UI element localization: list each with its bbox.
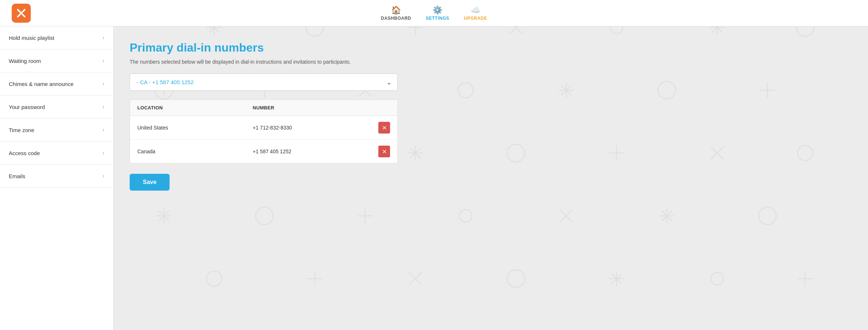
svg-line-29 [510, 26, 522, 34]
nav-upgrade[interactable]: ☁️ UPGRADE [464, 5, 487, 21]
sidebar-item-label: Chimes & name announce [9, 81, 74, 87]
location-us: United States [137, 125, 253, 131]
content-area: Primary dial-in numbers The numbers sele… [114, 26, 414, 205]
col-location: LOCATION [137, 105, 253, 110]
chevron-right-icon: › [103, 80, 104, 87]
col-action [368, 105, 390, 110]
table-header: LOCATION NUMBER [130, 100, 397, 116]
settings-icon: ⚙️ [433, 5, 442, 15]
page-subtitle: The numbers selected below will be displ… [130, 59, 398, 65]
svg-point-89 [711, 273, 723, 285]
page-title: Primary dial-in numbers [130, 41, 398, 55]
dial-in-dropdown[interactable]: - CA - +1 587 405 1252 [130, 74, 398, 91]
svg-point-79 [207, 271, 222, 286]
sidebar-item-your-password[interactable]: Your password › [0, 95, 113, 119]
nav-settings[interactable]: ⚙️ SETTINGS [426, 5, 449, 21]
col-number: NUMBER [253, 105, 368, 110]
svg-point-68 [256, 207, 273, 225]
location-ca: Canada [137, 149, 253, 154]
sidebar-item-label: Hold music playlist [9, 35, 54, 41]
nav-links: 🏠 DASHBOARD ⚙️ SETTINGS ☁️ UPGRADE [381, 5, 487, 21]
svg-point-30 [610, 26, 623, 34]
home-icon: 🏠 [391, 5, 401, 15]
sidebar-item-label: Waiting room [9, 58, 41, 64]
upgrade-label: UPGRADE [464, 16, 487, 21]
sidebar-item-time-zone[interactable]: Time zone › [0, 119, 113, 142]
svg-point-78 [758, 207, 776, 225]
nav-dashboard[interactable]: 🏠 DASHBOARD [381, 5, 411, 21]
sidebar-item-label: Emails [9, 173, 25, 179]
chevron-right-icon: › [103, 127, 104, 133]
chevron-right-icon: › [103, 104, 104, 110]
svg-point-58 [507, 144, 525, 162]
number-us: +1 712-832-8330 [253, 125, 368, 131]
dashboard-label: DASHBOARD [381, 16, 411, 21]
chevron-right-icon: › [103, 150, 104, 156]
svg-point-48 [658, 82, 676, 99]
settings-label: SETTINGS [426, 16, 449, 21]
dropdown-wrapper: - CA - +1 587 405 1252 ⌄ [130, 74, 398, 91]
svg-point-35 [796, 26, 814, 36]
chevron-right-icon: › [103, 34, 104, 41]
sidebar-item-label: Time zone [9, 127, 34, 133]
svg-point-71 [459, 210, 472, 222]
chevron-right-icon: › [103, 57, 104, 64]
sidebar-item-chimes[interactable]: Chimes & name announce › [0, 72, 113, 95]
number-ca: +1 587 405 1252 [253, 149, 368, 154]
chevron-right-icon: › [103, 173, 104, 179]
dial-in-table: LOCATION NUMBER United States +1 712-832… [130, 100, 398, 164]
upgrade-icon: ☁️ [471, 5, 481, 15]
sidebar: Hold music playlist › Waiting room › Chi… [0, 26, 114, 330]
remove-ca-button[interactable]: ✕ [378, 146, 390, 157]
save-button[interactable]: Save [130, 174, 170, 191]
sidebar-item-label: Access code [9, 150, 40, 156]
sidebar-item-label: Your password [9, 104, 45, 110]
remove-us-button[interactable]: ✕ [378, 122, 390, 134]
table-row: United States +1 712-832-8330 ✕ [130, 116, 397, 140]
sidebar-item-emails[interactable]: Emails › [0, 165, 113, 188]
sidebar-item-hold-music[interactable]: Hold music playlist › [0, 26, 113, 49]
main-content: Primary dial-in numbers The numbers sele… [114, 26, 868, 330]
sidebar-item-access-code[interactable]: Access code › [0, 142, 113, 165]
svg-point-43 [458, 83, 473, 98]
logo[interactable] [12, 4, 31, 23]
table-row: Canada +1 587 405 1252 ✕ [130, 140, 397, 163]
svg-point-63 [798, 146, 813, 161]
layout: Hold music playlist › Waiting room › Chi… [0, 26, 868, 330]
topnav: 🏠 DASHBOARD ⚙️ SETTINGS ☁️ UPGRADE [0, 0, 868, 26]
svg-point-84 [507, 270, 525, 288]
sidebar-item-waiting-room[interactable]: Waiting room › [0, 49, 113, 72]
